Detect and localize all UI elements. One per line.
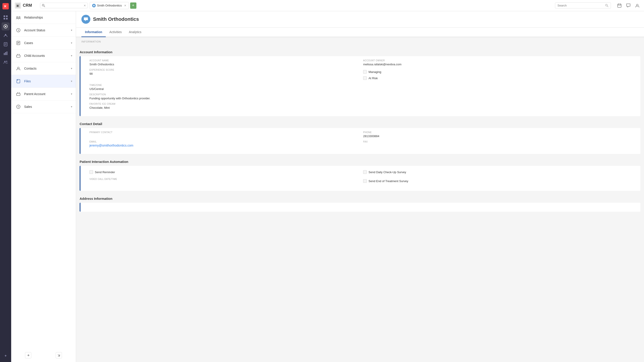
nav-people-icon[interactable] xyxy=(2,58,10,66)
add-tab-btn[interactable]: + xyxy=(130,3,136,9)
icon-bar: ✕ xyxy=(0,0,11,362)
field-account-owner: ACCOUNT OWNER melissa.rafalski@nextiva.c… xyxy=(363,59,632,66)
tab-close-btn[interactable]: ✕ xyxy=(124,4,126,7)
child-accounts-icon xyxy=(15,52,22,59)
sidebar-item-contacts[interactable]: Contacts ▾ xyxy=(11,62,76,75)
svg-point-17 xyxy=(6,61,8,62)
files-chevron: ▾ xyxy=(71,80,72,83)
svg-point-29 xyxy=(16,17,18,18)
account-info-content: ACCOUNT NAME Smith Orthodontics ACCOUNT … xyxy=(80,56,640,116)
address-section: Address Information xyxy=(80,194,640,212)
sales-chevron: ▾ xyxy=(71,105,72,108)
svg-point-20 xyxy=(42,4,44,6)
nav-chart-icon[interactable] xyxy=(2,49,10,57)
svg-text:✕: ✕ xyxy=(4,5,6,8)
record-tabs: Information Activities Analytics xyxy=(76,28,644,37)
record-title: Smith Orthodontics xyxy=(93,16,139,22)
tab-bar: Smith Orthodontics ✕ Smith Orthodontics … xyxy=(40,1,552,10)
send-reminder-label: Send Reminder xyxy=(95,170,115,174)
send-reminder-checkbox[interactable] xyxy=(90,170,93,174)
send-end-treatment-checkbox[interactable] xyxy=(363,179,367,183)
tab-information[interactable]: Information xyxy=(82,28,106,37)
app-logo[interactable]: ✕ xyxy=(2,2,10,10)
managing-checkbox[interactable] xyxy=(363,70,367,74)
cases-icon xyxy=(15,39,22,47)
tab-search-input[interactable]: Smith Orthodontics xyxy=(46,4,82,7)
email-link[interactable]: jeremy@smithorthodontics.com xyxy=(90,144,133,147)
svg-rect-14 xyxy=(5,52,6,55)
nav-expand-icon[interactable] xyxy=(2,352,10,360)
phone-value[interactable]: 2813300884 xyxy=(363,134,379,138)
left-sidebar: Relationships Account Status ▾ Cases ▾ xyxy=(11,11,76,362)
search-icon xyxy=(605,4,608,7)
field-favorite-ice-cream: FAVORITE ICE CREAM Chocolate, Mint xyxy=(90,103,358,109)
chat-icon[interactable] xyxy=(625,3,632,9)
contacts-chevron: ▾ xyxy=(71,67,72,70)
parent-account-label: Parent Account xyxy=(24,92,71,96)
send-daily-survey-group: Send Daily Check-Up Survey xyxy=(363,169,632,175)
tab-record-icon xyxy=(92,4,96,8)
app-header: ▦ CRM Smith Orthodontics ✕ Smith Orthodo… xyxy=(11,0,644,11)
header-icons xyxy=(616,3,640,9)
relationships-icon xyxy=(15,14,22,21)
managing-label: Managing xyxy=(368,70,381,74)
svg-rect-3 xyxy=(6,16,8,17)
calendar-icon[interactable] xyxy=(616,3,622,9)
sidebar-item-child-accounts[interactable]: Child Accounts ▾ xyxy=(11,50,76,62)
sidebar-item-sales[interactable]: Sales ▾ xyxy=(11,101,76,113)
sidebar-item-files[interactable]: Files ▾ xyxy=(11,75,76,88)
managing-checkbox-group: Managing xyxy=(363,69,632,75)
send-end-treatment-label: Send End of Treatment Survey xyxy=(368,179,408,183)
tab-analytics[interactable]: Analytics xyxy=(125,28,145,37)
account-status-label: Account Status xyxy=(24,29,71,32)
svg-rect-5 xyxy=(6,18,8,20)
profile-icon[interactable] xyxy=(634,3,640,9)
send-end-treatment-group: Send End of Treatment Survey xyxy=(363,178,632,184)
nav-grid-icon[interactable] xyxy=(2,14,10,22)
search-input[interactable] xyxy=(558,4,604,7)
active-tab[interactable]: Smith Orthodontics ✕ xyxy=(90,2,129,9)
sidebar-expand-btn[interactable] xyxy=(56,352,62,358)
contact-detail-section: Contact Detail PRIMARY CONTACT PHONE 281… xyxy=(80,119,640,154)
nav-home-icon[interactable] xyxy=(2,22,10,31)
svg-point-28 xyxy=(636,4,638,6)
field-email: EMAIL jeremy@smithorthodontics.com xyxy=(90,141,358,147)
contact-detail-content: PRIMARY CONTACT PHONE 2813300884 EMAIL j… xyxy=(80,128,640,154)
svg-point-37 xyxy=(18,67,19,69)
sidebar-item-relationships[interactable]: Relationships xyxy=(11,11,76,24)
main-panel: Smith Orthodontics Information Activitie… xyxy=(76,11,644,362)
tab-activities[interactable]: Activities xyxy=(106,28,125,37)
crm-logo-icon: ▦ xyxy=(15,3,21,9)
svg-rect-2 xyxy=(4,16,5,17)
field-primary-contact: PRIMARY CONTACT xyxy=(90,131,358,138)
sidebar-item-parent-account[interactable]: Parent Account ▾ xyxy=(11,88,76,101)
sales-label: Sales xyxy=(24,105,71,109)
field-fax: FAX xyxy=(363,141,632,147)
automation-section: Patient Interaction Automation Send Remi… xyxy=(80,157,640,191)
child-accounts-label: Child Accounts xyxy=(24,54,71,58)
send-daily-survey-checkbox[interactable] xyxy=(363,170,367,174)
nav-doc-icon[interactable] xyxy=(2,40,10,48)
tab-search-close[interactable]: ✕ xyxy=(84,4,86,7)
sidebar-collapse-btn[interactable] xyxy=(25,352,31,358)
search-tab[interactable]: Smith Orthodontics ✕ xyxy=(40,3,88,8)
svg-rect-39 xyxy=(16,93,20,96)
sidebar-item-account-status[interactable]: Account Status ▾ xyxy=(11,24,76,37)
send-daily-survey-label: Send Daily Check-Up Survey xyxy=(368,170,406,174)
field-checkboxes: Managing At Risk xyxy=(363,69,632,81)
contacts-label: Contacts xyxy=(24,67,71,70)
svg-rect-24 xyxy=(618,4,621,8)
sidebar-item-cases[interactable]: Cases ▾ xyxy=(11,37,76,50)
svg-point-16 xyxy=(4,61,6,62)
global-search-box[interactable] xyxy=(555,3,611,9)
files-label: Files xyxy=(24,79,71,83)
record-avatar xyxy=(82,15,90,24)
contacts-icon xyxy=(15,65,22,72)
account-info-title: Account Information xyxy=(80,47,640,56)
account-status-chevron: ▾ xyxy=(71,29,72,32)
at-risk-checkbox[interactable] xyxy=(363,76,367,80)
nav-person-icon[interactable] xyxy=(2,31,10,39)
tab-label: Smith Orthodontics xyxy=(97,4,122,7)
field-experience-score: EXPERIENCE SCORE 98 xyxy=(90,69,358,81)
svg-rect-36 xyxy=(16,55,20,57)
